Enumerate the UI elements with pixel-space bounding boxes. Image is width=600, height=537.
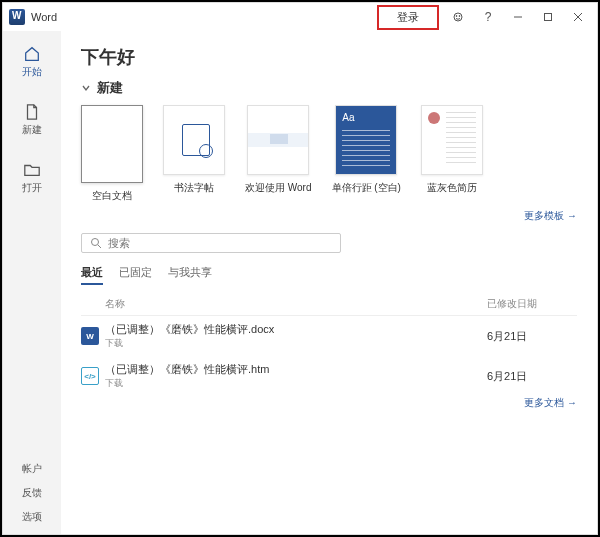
template-list: 空白文档 书法字帖 欢迎使用 Word 单倍行距 (空白) 蓝灰色简历 <box>81 105 577 203</box>
col-name: 名称 <box>105 297 487 311</box>
sidebar-label-home: 开始 <box>22 65 42 79</box>
new-doc-icon <box>23 103 41 121</box>
svg-point-1 <box>456 16 457 17</box>
template-thumb <box>421 105 483 175</box>
signin-label: 登录 <box>397 11 419 23</box>
home-icon <box>23 45 41 63</box>
emoji-icon[interactable] <box>443 6 473 28</box>
close-button[interactable] <box>563 6 593 28</box>
template-calligraphy[interactable]: 书法字帖 <box>163 105 225 203</box>
sidebar-item-feedback[interactable]: 反馈 <box>22 486 42 500</box>
new-section-header[interactable]: 新建 <box>81 79 577 97</box>
svg-point-2 <box>459 16 460 17</box>
search-input[interactable] <box>108 237 332 249</box>
folder-icon <box>23 161 41 179</box>
svg-rect-4 <box>545 14 552 21</box>
file-location: 下载 <box>105 377 487 390</box>
maximize-button[interactable] <box>533 6 563 28</box>
file-row[interactable]: W （已调整）《磨铁》性能横评.docx 下载 6月21日 <box>81 316 577 356</box>
search-box[interactable] <box>81 233 341 253</box>
sidebar-item-options[interactable]: 选项 <box>22 510 42 524</box>
help-icon[interactable]: ? <box>473 6 503 28</box>
more-documents-link[interactable]: 更多文档 → <box>81 396 577 410</box>
sidebar-item-open[interactable]: 打开 <box>3 157 61 199</box>
tab-recent[interactable]: 最近 <box>81 265 103 285</box>
template-blank[interactable]: 空白文档 <box>81 105 143 203</box>
template-label: 单倍行距 (空白) <box>332 181 401 195</box>
file-row[interactable]: </> （已调整）《磨铁》性能横评.htm 下载 6月21日 <box>81 356 577 396</box>
template-label: 蓝灰色简历 <box>427 181 477 195</box>
sidebar-item-new[interactable]: 新建 <box>3 99 61 141</box>
file-name: （已调整）《磨铁》性能横评.docx <box>105 322 487 337</box>
minimize-button[interactable] <box>503 6 533 28</box>
sidebar: 开始 新建 打开 帐户 反馈 选项 <box>3 31 61 534</box>
template-thumb <box>247 105 309 175</box>
more-templates-link[interactable]: 更多模板 → <box>81 209 577 223</box>
docx-file-icon: W <box>81 327 99 345</box>
svg-point-0 <box>454 13 462 21</box>
template-thumb <box>81 105 143 183</box>
file-list-header: 名称 已修改日期 <box>81 293 577 316</box>
template-thumb <box>163 105 225 175</box>
file-date: 6月21日 <box>487 329 577 344</box>
svg-line-8 <box>98 245 101 248</box>
titlebar: Word 登录 ? <box>3 3 597 31</box>
htm-file-icon: </> <box>81 367 99 385</box>
signin-button[interactable]: 登录 <box>377 5 439 30</box>
main-panel: 下午好 新建 空白文档 书法字帖 欢迎使用 Word <box>61 31 597 534</box>
template-single-space[interactable]: 单倍行距 (空白) <box>332 105 401 203</box>
sidebar-item-home[interactable]: 开始 <box>3 41 61 83</box>
tab-pinned[interactable]: 已固定 <box>119 265 152 285</box>
sidebar-label-open: 打开 <box>22 181 42 195</box>
file-date: 6月21日 <box>487 369 577 384</box>
svg-point-7 <box>92 239 99 246</box>
template-label: 书法字帖 <box>174 181 214 195</box>
chevron-down-icon <box>81 83 91 93</box>
word-app-icon <box>9 9 25 25</box>
app-title: Word <box>31 11 57 23</box>
sidebar-item-account[interactable]: 帐户 <box>22 462 42 476</box>
col-date: 已修改日期 <box>487 297 577 311</box>
file-name: （已调整）《磨铁》性能横评.htm <box>105 362 487 377</box>
recent-tabs: 最近 已固定 与我共享 <box>81 265 577 285</box>
tab-shared[interactable]: 与我共享 <box>168 265 212 285</box>
template-resume[interactable]: 蓝灰色简历 <box>421 105 483 203</box>
template-label: 空白文档 <box>92 189 132 203</box>
template-label: 欢迎使用 Word <box>245 181 312 195</box>
search-icon <box>90 237 102 249</box>
template-welcome[interactable]: 欢迎使用 Word <box>245 105 312 203</box>
new-section-label: 新建 <box>97 79 123 97</box>
sidebar-label-new: 新建 <box>22 123 42 137</box>
template-thumb <box>335 105 397 175</box>
file-location: 下载 <box>105 337 487 350</box>
greeting-heading: 下午好 <box>81 45 577 69</box>
